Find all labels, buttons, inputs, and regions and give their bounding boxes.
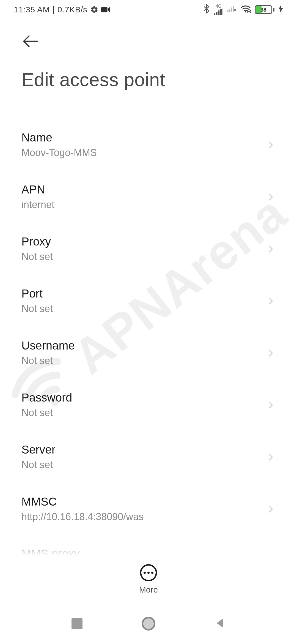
triangle-left-icon — [215, 618, 226, 630]
setting-item-apn[interactable]: APN internet — [21, 171, 276, 223]
battery-percent: 38 — [255, 7, 271, 13]
svg-rect-1 — [101, 7, 108, 12]
status-right: 4G 38 — [203, 4, 283, 15]
more-button[interactable]: More — [0, 556, 297, 594]
setting-value: Moov-Togo-MMS — [21, 146, 97, 160]
chevron-right-icon — [266, 504, 276, 514]
status-data-rate: 0.7KB/s — [57, 5, 87, 14]
setting-value: Not set — [21, 302, 53, 316]
settings-list: Name Moov-Togo-MMS APN internet Proxy No… — [0, 119, 297, 587]
svg-rect-2 — [214, 13, 215, 15]
status-time: 11:35 AM — [14, 5, 50, 14]
setting-value: Not set — [21, 406, 72, 420]
setting-item-port[interactable]: Port Not set — [21, 275, 276, 327]
gear-icon — [90, 6, 98, 14]
setting-label: Proxy — [21, 235, 53, 249]
setting-label: Server — [21, 443, 56, 457]
setting-value: internet — [21, 198, 54, 212]
setting-label: MMSC — [21, 495, 144, 509]
svg-rect-5 — [220, 9, 222, 15]
status-left: 11:35 AM | 0.7KB/s — [14, 5, 111, 14]
charging-icon — [278, 5, 283, 15]
status-bar: 11:35 AM | 0.7KB/s 4G 38 — [0, 0, 297, 19]
bluetooth-icon — [203, 4, 210, 15]
system-nav-bar — [0, 603, 297, 644]
status-separator: | — [53, 5, 55, 14]
square-icon — [72, 618, 82, 629]
setting-item-server[interactable]: Server Not set — [21, 431, 276, 483]
network-type-label: 4G — [216, 4, 221, 9]
back-button[interactable] — [21, 30, 43, 52]
circle-icon — [142, 617, 155, 631]
setting-value: http://10.16.18.4:38090/was — [21, 510, 144, 524]
setting-label: APN — [21, 183, 54, 197]
chevron-right-icon — [266, 244, 276, 254]
setting-item-name[interactable]: Name Moov-Togo-MMS — [21, 119, 276, 171]
signal-no-sim-icon — [227, 5, 237, 15]
setting-item-username[interactable]: Username Not set — [21, 327, 276, 379]
setting-label: Password — [21, 391, 72, 405]
chevron-right-icon — [266, 192, 276, 202]
chevron-right-icon — [266, 400, 276, 410]
svg-rect-7 — [227, 10, 229, 12]
svg-point-11 — [245, 11, 246, 12]
svg-rect-9 — [231, 7, 232, 12]
page-title: Edit access point — [21, 69, 276, 90]
camera-icon — [101, 6, 111, 13]
chevron-right-icon — [266, 348, 276, 358]
battery-icon: 38 — [255, 5, 274, 14]
chevron-right-icon — [266, 140, 276, 150]
nav-recent-button[interactable] — [67, 614, 87, 633]
setting-value: Not set — [21, 458, 56, 472]
setting-value: Not set — [21, 354, 75, 368]
setting-item-proxy[interactable]: Proxy Not set — [21, 223, 276, 275]
more-label: More — [139, 585, 158, 594]
chevron-right-icon — [266, 452, 276, 462]
nav-home-button[interactable] — [139, 614, 158, 633]
svg-rect-8 — [229, 9, 230, 12]
nav-back-button[interactable] — [210, 614, 230, 633]
setting-label: Port — [21, 287, 53, 301]
wifi-status-icon — [240, 5, 251, 15]
more-icon — [140, 564, 157, 581]
setting-item-password[interactable]: Password Not set — [21, 379, 276, 431]
svg-rect-6 — [222, 9, 223, 15]
setting-label: Username — [21, 339, 75, 353]
chevron-right-icon — [266, 296, 276, 306]
svg-rect-4 — [218, 10, 219, 15]
setting-item-mmsc[interactable]: MMSC http://10.16.18.4:38090/was — [21, 483, 276, 535]
setting-value: Not set — [21, 250, 53, 264]
arrow-left-icon — [21, 32, 40, 50]
svg-rect-3 — [216, 12, 218, 15]
setting-label: Name — [21, 131, 97, 144]
signal-4g-icon: 4G — [214, 4, 223, 15]
